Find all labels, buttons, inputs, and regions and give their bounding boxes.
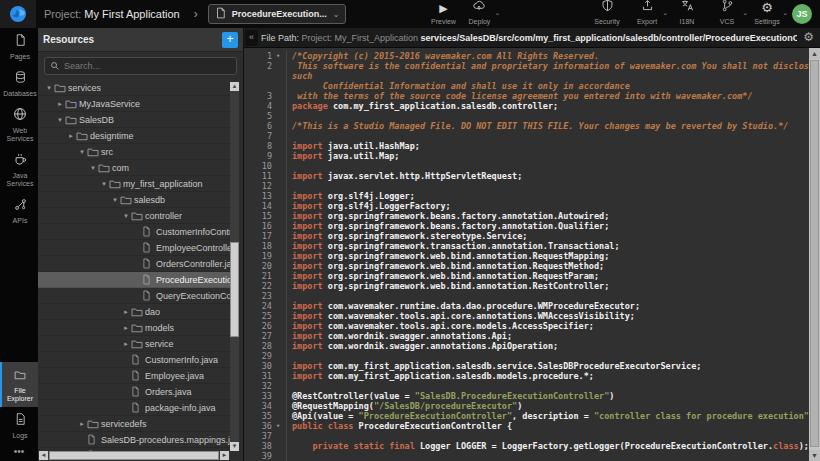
tree-horizontal-scrollbar[interactable]: ◄ ► [39, 451, 229, 460]
tree-file-row[interactable]: QueryExecutionController.java [38, 288, 230, 304]
code-text: import org.springframework.web.bind.anno… [286, 271, 820, 281]
scrollbar-thumb[interactable] [230, 242, 239, 337]
fold-marker-icon[interactable]: ▾ [274, 421, 286, 431]
tree-file-row[interactable]: ProcedureExecutionController.java [38, 272, 230, 288]
preview-button[interactable]: ▶Preview [430, 3, 456, 25]
tree-folder-row[interactable]: ▾controller [38, 208, 230, 224]
sidebar-item-java-services[interactable]: Java Services [0, 147, 38, 192]
collapse-arrow-icon[interactable]: ▾ [55, 116, 65, 124]
vcs-button[interactable]: VCS⌄ [714, 3, 740, 25]
line-number: 13 [244, 191, 274, 201]
tree-file-row[interactable]: OrdersController.java [38, 256, 230, 272]
tree-folder-row[interactable]: ▾SalesDB [38, 112, 230, 128]
sidebar-item-apis[interactable]: APIs [0, 192, 38, 229]
sidebar-more-button[interactable]: ••• [0, 444, 38, 461]
code-text [286, 381, 820, 391]
code-text [286, 351, 820, 361]
fold-gutter [274, 121, 286, 131]
expand-arrow-icon[interactable]: ▸ [121, 324, 131, 332]
chevron-down-icon[interactable]: ⌄ [662, 9, 668, 17]
open-file-tab[interactable]: ProcedureExecution... ⌄ [208, 4, 347, 24]
tree-file-row[interactable]: package-info.java [38, 400, 230, 416]
tree-folder-row[interactable]: ▾services [38, 80, 230, 96]
tree-vertical-scrollbar[interactable]: ▲ ▼ [230, 82, 239, 451]
scroll-left-arrow[interactable]: ◄ [39, 451, 48, 460]
expand-arrow-icon[interactable]: ▸ [66, 132, 76, 140]
expand-arrow-icon[interactable]: ▸ [55, 100, 65, 108]
line-number: 31 [244, 371, 274, 381]
tree-file-row[interactable]: EmployeeController.java [38, 240, 230, 256]
chevron-down-icon[interactable]: ⌄ [742, 9, 748, 17]
collapse-arrow-icon[interactable]: ▾ [44, 84, 54, 92]
collapse-arrow-icon[interactable]: ▾ [88, 164, 98, 172]
scroll-up-arrow[interactable]: ▲ [230, 82, 239, 91]
tree-folder-row[interactable]: ▸dao [38, 304, 230, 320]
fold-marker-icon[interactable]: ▾ [274, 51, 286, 61]
collapse-arrow-icon[interactable]: ▾ [110, 196, 120, 204]
code-line: 30import com.my_first_application.salesd… [244, 361, 820, 371]
tree-folder-row[interactable]: ▸MyJavaService [38, 96, 230, 112]
breadcrumb-chevron-icon: › [194, 7, 198, 21]
scroll-down-arrow[interactable]: ▼ [809, 450, 820, 461]
add-resource-button[interactable]: + [222, 32, 238, 48]
user-avatar[interactable]: JS [792, 4, 812, 24]
tree-folder-row[interactable]: ▾my_first_application [38, 176, 230, 192]
expand-arrow-icon[interactable]: ▸ [121, 308, 131, 316]
code-line: 18import org.springframework.transaction… [244, 241, 820, 251]
scroll-right-arrow[interactable]: ► [220, 451, 229, 460]
shield-icon [601, 0, 614, 16]
sidebar-item-pages[interactable]: Pages [0, 28, 38, 65]
deploy-button[interactable]: Deploy⌄ [466, 3, 492, 25]
scrollbar-thumb[interactable] [49, 451, 219, 460]
tree-folder-row[interactable]: ▾src [38, 144, 230, 160]
tree-folder-row[interactable]: ▾salesdb [38, 192, 230, 208]
scroll-up-arrow[interactable]: ▲ [809, 48, 820, 59]
expand-arrow-icon[interactable]: ▸ [77, 420, 87, 428]
code-text: import org.slf4j.LoggerFactory; [286, 201, 820, 211]
tree-folder-row[interactable]: ▸models [38, 320, 230, 336]
search-icon [50, 57, 60, 75]
chevron-down-icon[interactable]: ⌄ [495, 9, 501, 17]
tree-folder-row[interactable]: ▸servicedefs [38, 416, 230, 432]
fold-gutter [274, 281, 286, 291]
tree-node-label: dao [145, 307, 160, 317]
file-icon [131, 370, 145, 382]
chevron-down-icon[interactable]: ⌄ [782, 9, 788, 17]
top-header: Project: My First Application › Procedur… [0, 0, 820, 28]
sidebar-item-databases[interactable]: Databases [0, 65, 38, 102]
tree-folder-row[interactable]: ▸service [38, 336, 230, 352]
tree-folder-row[interactable]: ▸designtime [38, 128, 230, 144]
code-line: 5 [244, 111, 820, 121]
wavemaker-logo[interactable] [0, 0, 36, 28]
code-text [286, 291, 820, 301]
expand-arrow-icon[interactable]: ▸ [121, 340, 131, 348]
tree-file-row[interactable]: CustomerInfo.java [38, 352, 230, 368]
folder-icon [131, 338, 145, 350]
sidebar-item-web-services[interactable]: Web Services [0, 102, 38, 147]
collapse-panel-button[interactable]: « [245, 30, 258, 46]
tree-node-label: package-info.java [145, 403, 216, 413]
tree-file-row[interactable]: SalesDB-procedures.mappings.json [38, 432, 230, 448]
settings-button[interactable]: ⚙Settings⌄ [754, 3, 780, 25]
scroll-down-arrow[interactable]: ▼ [230, 442, 239, 451]
search-input[interactable] [64, 61, 231, 71]
scrollbar-thumb[interactable] [810, 60, 819, 447]
tree-file-row[interactable]: Orders.java [38, 384, 230, 400]
sidebar-item-logs[interactable]: Logs [0, 407, 38, 444]
editor-vertical-scrollbar[interactable]: ▲ ▼ [809, 48, 820, 461]
code-line: 39 [244, 451, 820, 461]
tree-file-row[interactable]: Employee.java [38, 368, 230, 384]
editor-settings-gear-icon[interactable]: ⚙ [803, 31, 814, 44]
sidebar-item-file-explorer[interactable]: File Explorer [0, 362, 38, 407]
export-button[interactable]: Export⌄ [634, 3, 660, 25]
code-area[interactable]: 1▾/*Copyright (c) 2015-2016 wavemaker.co… [244, 48, 820, 461]
collapse-arrow-icon[interactable]: ▾ [77, 148, 87, 156]
collapse-arrow-icon[interactable]: ▾ [99, 180, 109, 188]
collapse-arrow-icon[interactable]: ▾ [121, 212, 131, 220]
tree-folder-row[interactable]: ▾com [38, 160, 230, 176]
i18n-button[interactable]: I18N [674, 3, 700, 25]
security-button[interactable]: Security [594, 3, 620, 25]
chevron-down-icon[interactable]: ⌄ [333, 10, 340, 19]
tree-file-row[interactable]: CustomerInfoController.java [38, 224, 230, 240]
file-icon [142, 290, 156, 302]
